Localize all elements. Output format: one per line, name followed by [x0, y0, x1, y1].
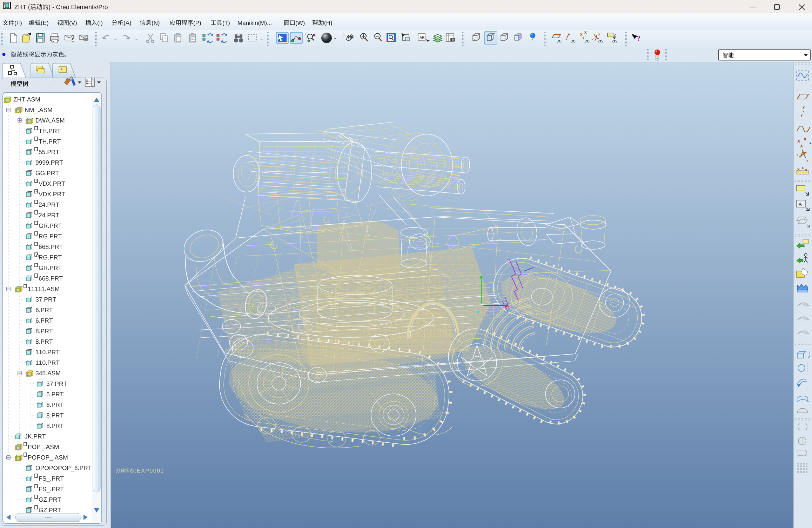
svg-text:x: x — [804, 136, 807, 141]
svg-text:z: z — [797, 153, 798, 157]
svg-text:x: x — [801, 165, 804, 170]
svg-text:x: x — [805, 167, 807, 172]
svg-text:A: A — [799, 202, 802, 207]
svg-text:x: x — [797, 167, 800, 172]
svg-text:x: x — [800, 143, 803, 148]
svg-text:x: x — [806, 159, 808, 163]
